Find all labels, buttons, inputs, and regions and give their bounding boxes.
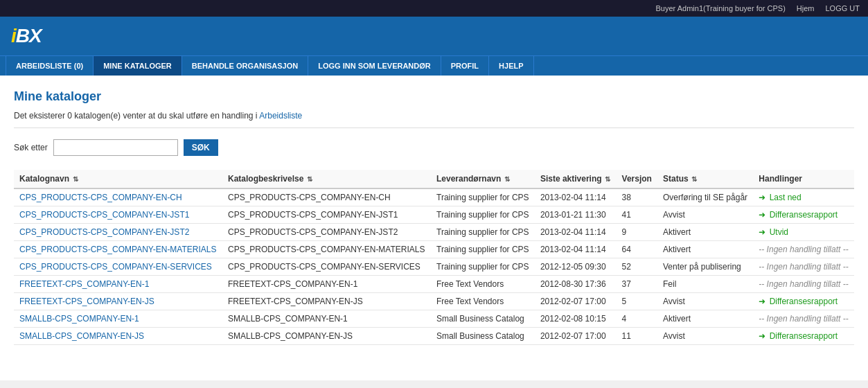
- action-cell[interactable]: ➜ Differansesrapport: [753, 328, 854, 345]
- cell-value: 2012-08-30 17:36: [535, 276, 617, 293]
- nav: ARBEIDSLISTE (0)MINE KATALOGERBEHANDLE O…: [0, 55, 868, 76]
- cell-value: 2013-02-04 11:14: [535, 224, 617, 241]
- table-row: CPS_PRODUCTS-CPS_COMPANY-EN-MATERIALSCPS…: [14, 241, 854, 258]
- cell-value: CPS_PRODUCTS-CPS_COMPANY-EN-CH: [222, 188, 431, 206]
- cell-value: Avvist: [657, 293, 753, 310]
- catalog-name-link[interactable]: SMALLB-CPS_COMPANY-EN-1: [19, 314, 139, 324]
- search-button[interactable]: SØK: [184, 139, 218, 156]
- catalog-name-link[interactable]: FREETEXT-CPS_COMPANY-EN-1: [19, 279, 149, 289]
- cell-value: Training supplier for CPS: [431, 224, 535, 241]
- col-header-status[interactable]: Status ⇅: [657, 170, 753, 188]
- col-header-beskrivelse[interactable]: Katalogbeskrivelse ⇅: [222, 170, 431, 188]
- col-header-aktivering[interactable]: Siste aktivering ⇅: [535, 170, 617, 188]
- cell-value: Training supplier for CPS: [431, 188, 535, 206]
- cell-value: 2013-01-21 11:30: [535, 206, 617, 224]
- cell-value: Overføring til SE pågår: [657, 188, 753, 206]
- col-header-handlinger: Handlinger: [753, 170, 854, 188]
- catalog-name-link[interactable]: CPS_PRODUCTS-CPS_COMPANY-EN-CH: [19, 193, 182, 202]
- table-row: FREETEXT-CPS_COMPANY-EN-1FREETEXT-CPS_CO…: [14, 276, 854, 293]
- cell-value: Small Business Catalog: [431, 310, 535, 328]
- cell-value: 11: [617, 328, 657, 345]
- no-action-label: -- Ingen handling tillatt --: [759, 314, 848, 324]
- cell-value: Avvist: [657, 206, 753, 224]
- search-bar: Søk etter SØK: [14, 139, 854, 156]
- nav-item-profil[interactable]: PROFIL: [441, 56, 489, 76]
- cell-value: Training supplier for CPS: [431, 241, 535, 258]
- nav-item-mine-kataloger[interactable]: MINE KATALOGER: [94, 56, 182, 76]
- cell-value: Feil: [657, 276, 753, 293]
- cell-value: CPS_PRODUCTS-CPS_COMPANY-EN-JST1: [222, 206, 431, 224]
- catalog-name-link[interactable]: CPS_PRODUCTS-CPS_COMPANY-EN-SERVICES: [19, 262, 212, 272]
- header: iBX: [0, 17, 868, 55]
- catalog-table: Katalognavn ⇅Katalogbeskrivelse ⇅Leveran…: [14, 170, 854, 345]
- table-row: CPS_PRODUCTS-CPS_COMPANY-EN-JST1CPS_PROD…: [14, 206, 854, 224]
- cell-value: 2012-02-07 17:00: [535, 293, 617, 310]
- table-row: CPS_PRODUCTS-CPS_COMPANY-EN-SERVICESCPS_…: [14, 258, 854, 276]
- no-action-label: -- Ingen handling tillatt --: [759, 262, 848, 272]
- action-link[interactable]: Differansesrapport: [770, 331, 838, 341]
- action-link[interactable]: Differansesrapport: [770, 297, 838, 306]
- table-row: SMALLB-CPS_COMPANY-EN-JSSMALLB-CPS_COMPA…: [14, 328, 854, 345]
- action-link[interactable]: Differansesrapport: [770, 210, 838, 220]
- search-input[interactable]: [53, 139, 178, 156]
- cell-value: 9: [617, 224, 657, 241]
- no-action-label: -- Ingen handling tillatt --: [759, 245, 848, 254]
- cell-value: CPS_PRODUCTS-CPS_COMPANY-EN-SERVICES: [222, 258, 431, 276]
- table-header: Katalognavn ⇅Katalogbeskrivelse ⇅Leveran…: [14, 170, 854, 188]
- cell-value: 2013-02-04 11:14: [535, 188, 617, 206]
- search-label: Søk etter: [14, 143, 48, 152]
- catalog-name-link[interactable]: CPS_PRODUCTS-CPS_COMPANY-EN-JST2: [19, 227, 189, 237]
- cell-value: Small Business Catalog: [431, 328, 535, 345]
- cell-value: 38: [617, 188, 657, 206]
- page-title: Mine kataloger: [14, 89, 854, 104]
- action-cell: -- Ingen handling tillatt --: [753, 241, 854, 258]
- no-action-label: -- Ingen handling tillatt --: [759, 279, 848, 289]
- logg-ut-link[interactable]: LOGG UT: [825, 4, 860, 12]
- cell-value: CPS_PRODUCTS-CPS_COMPANY-EN-JST2: [222, 224, 431, 241]
- cell-value: Training supplier for CPS: [431, 206, 535, 224]
- nav-item-arbeidsliste[interactable]: ARBEIDSLISTE (0): [6, 56, 94, 76]
- cell-value: 52: [617, 258, 657, 276]
- cell-value: 41: [617, 206, 657, 224]
- action-cell[interactable]: ➜ Differansesrapport: [753, 293, 854, 310]
- action-cell: -- Ingen handling tillatt --: [753, 276, 854, 293]
- top-bar: Buyer Admin1(Training buyer for CPS) Hje…: [0, 0, 868, 17]
- action-cell: -- Ingen handling tillatt --: [753, 258, 854, 276]
- cell-value: FREETEXT-CPS_COMPANY-EN-1: [222, 276, 431, 293]
- cell-value: 2013-02-04 11:14: [535, 241, 617, 258]
- action-link[interactable]: Utvid: [770, 227, 788, 237]
- col-header-leverandor[interactable]: Leverandørnavn ⇅: [431, 170, 535, 188]
- action-link[interactable]: Last ned: [770, 193, 801, 202]
- action-cell[interactable]: ➜ Last ned: [753, 188, 854, 206]
- cell-value: SMALLB-CPS_COMPANY-EN-1: [222, 310, 431, 328]
- nav-item-behandle-org[interactable]: BEHANDLE ORGANISASJON: [182, 56, 308, 76]
- action-cell[interactable]: ➜ Differansesrapport: [753, 206, 854, 224]
- cell-value: SMALLB-CPS_COMPANY-EN-JS: [222, 328, 431, 345]
- table-row: CPS_PRODUCTS-CPS_COMPANY-EN-CHCPS_PRODUC…: [14, 188, 854, 206]
- hjem-link[interactable]: Hjem: [797, 4, 815, 12]
- catalog-name-link[interactable]: SMALLB-CPS_COMPANY-EN-JS: [19, 331, 144, 341]
- nav-item-logg-inn-leverandor[interactable]: LOGG INN SOM LEVERANDØR: [308, 56, 441, 76]
- nav-item-hjelp[interactable]: HJELP: [489, 56, 533, 76]
- catalog-name-link[interactable]: CPS_PRODUCTS-CPS_COMPANY-EN-JST1: [19, 210, 189, 220]
- action-cell: -- Ingen handling tillatt --: [753, 310, 854, 328]
- cell-value: 37: [617, 276, 657, 293]
- cell-value: Free Text Vendors: [431, 293, 535, 310]
- header-row: Katalognavn ⇅Katalogbeskrivelse ⇅Leveran…: [14, 170, 854, 188]
- cell-value: Free Text Vendors: [431, 276, 535, 293]
- cell-value: Training supplier for CPS: [431, 258, 535, 276]
- table-body: CPS_PRODUCTS-CPS_COMPANY-EN-CHCPS_PRODUC…: [14, 188, 854, 345]
- catalog-name-link[interactable]: FREETEXT-CPS_COMPANY-EN-JS: [19, 297, 154, 306]
- cell-value: 4: [617, 310, 657, 328]
- info-bar: Det eksisterer 0 katalogen(e) venter at …: [14, 111, 854, 128]
- action-cell[interactable]: ➜ Utvid: [753, 224, 854, 241]
- logo: iBX: [11, 25, 42, 47]
- catalog-name-link[interactable]: CPS_PRODUCTS-CPS_COMPANY-EN-MATERIALS: [19, 245, 217, 254]
- cell-value: 2012-12-05 09:30: [535, 258, 617, 276]
- col-header-versjon: Versjon: [617, 170, 657, 188]
- info-text: Det eksisterer 0 katalogen(e) venter at …: [14, 111, 259, 121]
- col-header-katalognavn[interactable]: Katalognavn ⇅: [14, 170, 222, 188]
- cell-value: CPS_PRODUCTS-CPS_COMPANY-EN-MATERIALS: [222, 241, 431, 258]
- arbeidsliste-link[interactable]: Arbeidsliste: [259, 111, 302, 121]
- cell-value: 2012-02-08 10:15: [535, 310, 617, 328]
